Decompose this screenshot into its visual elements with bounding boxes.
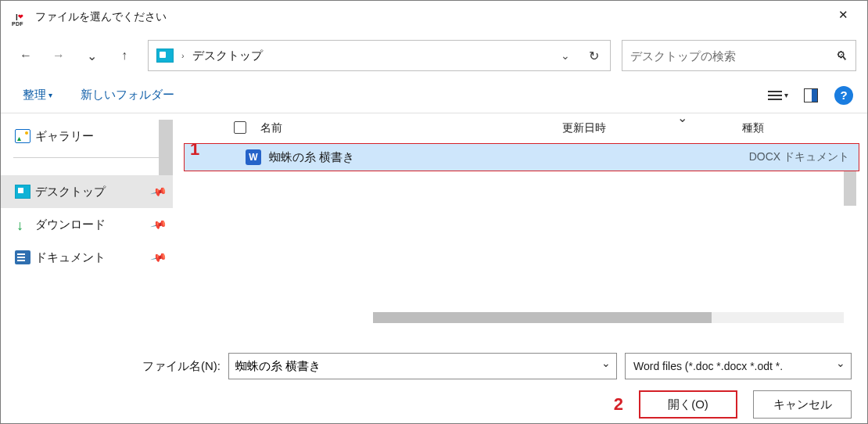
sidebar-item-label: ダウンロード <box>35 217 106 232</box>
sidebar-item-documents[interactable]: ドキュメント 📌 <box>1 241 173 274</box>
organize-label: 整理 <box>23 88 46 102</box>
sidebar-item-downloads[interactable]: ↓ ダウンロード 📌 <box>1 208 173 241</box>
command-bar: 整理 ▾ 新しいフォルダー ▾ ? <box>1 77 867 113</box>
column-headers: 名前 更新日時 種類 <box>184 113 867 143</box>
column-name[interactable]: 名前 <box>231 121 562 135</box>
file-list-area: 名前 更新日時 種類 W 蜘蛛の糸 横書き DOCX ドキュメント <box>173 113 867 331</box>
scrollbar-thumb[interactable] <box>373 312 712 323</box>
bottom-panel: ファイル名(N): Word files (*.doc *.docx *.odt… <box>1 331 867 423</box>
up-button[interactable]: ↑ <box>110 41 138 70</box>
filter-value: Word files (*.doc *.docx *.odt *. <box>633 360 783 372</box>
sidebar: ギャラリー デスクトップ 📌 ↓ ダウンロード 📌 ドキュメント 📌 <box>1 113 173 331</box>
column-date[interactable]: 更新日時 <box>562 121 742 135</box>
help-icon: ? <box>834 86 853 105</box>
window-title: ファイルを選んでください <box>35 10 167 24</box>
chevron-down-icon: ▾ <box>48 91 52 99</box>
new-folder-label: 新しいフォルダー <box>81 88 174 102</box>
select-all-checkbox[interactable] <box>234 121 246 134</box>
recent-chevron-icon[interactable]: ⌄ <box>77 41 106 70</box>
preview-pane-button[interactable] <box>798 83 823 108</box>
sidebar-item-label: ドキュメント <box>35 250 106 265</box>
body: ギャラリー デスクトップ 📌 ↓ ダウンロード 📌 ドキュメント 📌 <box>1 113 867 331</box>
address-location: デスクトップ <box>192 49 548 63</box>
column-type[interactable]: 種類 <box>742 121 867 135</box>
new-folder-button[interactable]: 新しいフォルダー <box>81 88 174 102</box>
file-open-dialog: I❤ PDF ファイルを選んでください ✕ ← → ⌄ ↑ › デスクトップ ⌄… <box>0 0 868 424</box>
filename-label: ファイル名(N): <box>142 359 221 374</box>
forward-button[interactable]: → <box>45 41 73 70</box>
preview-pane-icon <box>804 88 818 102</box>
nav-bar: ← → ⌄ ↑ › デスクトップ ⌄ ↻ 🔍︎ <box>1 34 867 77</box>
download-icon: ↓ <box>16 217 32 232</box>
list-view-icon <box>768 91 782 100</box>
sidebar-item-desktop[interactable]: デスクトップ 📌 <box>1 175 173 208</box>
gallery-icon <box>15 129 30 143</box>
view-menu[interactable]: ▾ <box>766 83 791 108</box>
documents-icon <box>15 250 30 264</box>
address-dropdown-icon[interactable]: ⌄ <box>556 49 575 62</box>
close-icon[interactable]: ✕ <box>825 2 861 27</box>
file-type: DOCX ドキュメント <box>733 150 859 164</box>
filename-input[interactable] <box>228 353 617 379</box>
divider <box>13 157 160 158</box>
refresh-icon[interactable]: ↻ <box>583 49 605 63</box>
address-bar[interactable]: › デスクトップ ⌄ ↻ <box>148 40 611 71</box>
horizontal-scrollbar[interactable] <box>373 312 844 323</box>
annotation-marker-1: 1 <box>190 139 199 160</box>
sidebar-item-gallery[interactable]: ギャラリー <box>1 120 173 153</box>
app-icon: I❤ PDF <box>12 9 27 25</box>
cancel-button[interactable]: キャンセル <box>753 390 852 419</box>
file-name: 蜘蛛の糸 横書き <box>269 150 561 165</box>
search-icon[interactable]: 🔍︎ <box>836 49 848 63</box>
sidebar-item-label: ギャラリー <box>35 129 94 144</box>
desktop-icon <box>15 185 30 199</box>
chevron-right-icon: › <box>181 51 185 60</box>
word-file-icon: W <box>246 149 261 165</box>
file-type-filter[interactable]: Word files (*.doc *.docx *.odt *. <box>625 353 852 379</box>
sidebar-item-label: デスクトップ <box>35 185 106 199</box>
file-row[interactable]: W 蜘蛛の糸 横書き DOCX ドキュメント <box>184 143 859 171</box>
back-button[interactable]: ← <box>12 41 40 70</box>
open-button-label: 開く(O) <box>668 397 708 412</box>
search-input[interactable] <box>630 49 836 63</box>
annotation-marker-2: 2 <box>614 394 623 415</box>
titlebar: I❤ PDF ファイルを選んでください ✕ <box>1 1 867 34</box>
open-button[interactable]: 開く(O) <box>639 390 737 419</box>
help-button[interactable]: ? <box>831 83 856 108</box>
chevron-down-icon: ▾ <box>784 91 788 99</box>
organize-menu[interactable]: 整理 ▾ <box>23 88 52 102</box>
search-box[interactable]: 🔍︎ <box>622 40 856 71</box>
pin-icon: 📌 <box>149 249 167 266</box>
pin-icon: 📌 <box>149 183 167 200</box>
pin-icon: 📌 <box>149 216 167 233</box>
desktop-icon <box>156 49 174 63</box>
cancel-button-label: キャンセル <box>773 397 832 412</box>
